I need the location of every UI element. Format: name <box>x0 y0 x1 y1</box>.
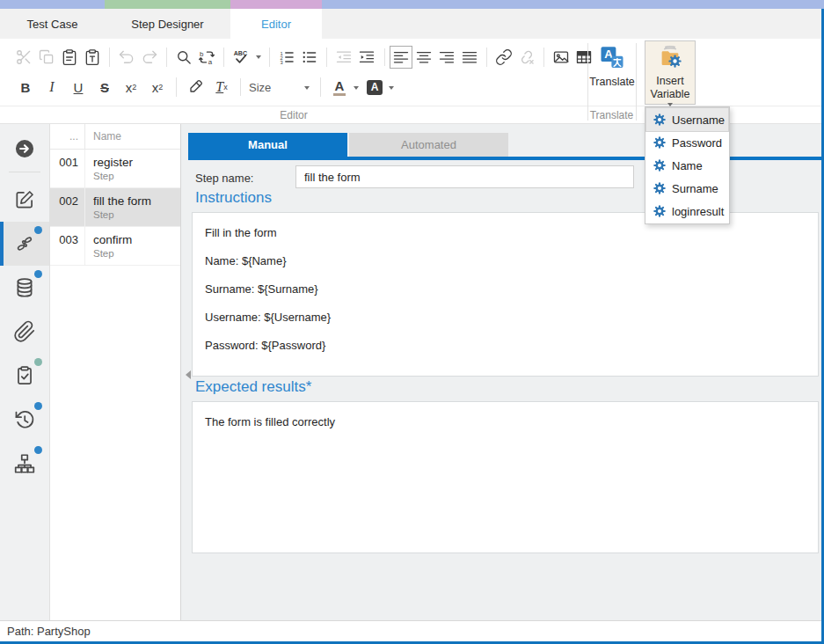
sidebar-item[interactable] <box>0 442 49 486</box>
align-center-button[interactable] <box>412 46 435 69</box>
path-label: Path: PartyShop <box>7 625 91 638</box>
search-button[interactable] <box>172 46 195 69</box>
superscript-button[interactable]: x2 <box>144 76 171 99</box>
instructions-editor[interactable]: Fill in the formName: ${Name}Surname: ${… <box>192 212 819 377</box>
ribbon-tab[interactable]: Editor <box>230 9 322 39</box>
sidebar-item[interactable] <box>0 266 49 310</box>
step-number: 003 <box>50 227 85 265</box>
notification-dot <box>34 358 42 366</box>
align-center-icon <box>415 48 433 66</box>
font-size-label: Size <box>249 81 271 94</box>
spellcheck-icon <box>232 48 250 66</box>
variable-menu-item[interactable]: Name <box>646 154 728 177</box>
bold-button[interactable]: B <box>12 76 39 99</box>
step-name-input[interactable] <box>295 165 634 188</box>
ribbon-tab[interactable]: Test Case <box>0 9 105 39</box>
gear-icon <box>653 113 667 127</box>
insert-variable-button[interactable]: Insert Variable <box>645 40 696 105</box>
indent-button[interactable] <box>355 46 378 69</box>
sidebar-expand-button[interactable] <box>0 131 49 166</box>
justify-button[interactable] <box>458 46 481 69</box>
sidebar-item[interactable] <box>0 178 49 222</box>
gear-button <box>653 135 667 150</box>
editor-toolbar-row1 <box>12 45 595 70</box>
variable-menu-item[interactable]: Username <box>646 108 728 131</box>
insert-variable-label: Insert Variable <box>651 75 690 101</box>
ribbon-tab[interactable]: Step Designer <box>105 9 230 39</box>
instructions-line: Name: ${Name} <box>205 252 806 269</box>
splitter-collapse-icon[interactable] <box>181 370 191 379</box>
image-icon <box>552 48 570 66</box>
align-right-icon <box>438 48 456 66</box>
instructions-line: Password: ${Password} <box>205 337 806 354</box>
translate-button[interactable]: Translate <box>589 42 635 104</box>
instructions-heading: Instructions <box>195 189 272 207</box>
background-color-button[interactable]: A <box>361 76 388 99</box>
remove-format-button[interactable]: Tx <box>208 76 235 99</box>
undo-button[interactable] <box>115 46 138 69</box>
cut-icon <box>15 48 33 66</box>
step-type-label: Step <box>93 170 133 183</box>
steps-list: ... Name 001 register Step 002 fill the … <box>50 124 181 620</box>
variable-menu-item[interactable]: Surname <box>646 177 728 200</box>
translate-button <box>599 44 625 70</box>
redo-button[interactable] <box>138 46 161 69</box>
link-button[interactable] <box>492 46 515 69</box>
align-left-icon <box>392 48 410 66</box>
bullet-list-icon <box>301 48 318 66</box>
brush-icon <box>186 78 204 96</box>
paste-text-button[interactable] <box>81 46 104 69</box>
translate-button-label: Translate <box>589 76 635 89</box>
font-size-dropdown[interactable]: Size <box>246 77 315 98</box>
mode-tab[interactable]: Automated <box>349 133 508 157</box>
chevron-down-icon[interactable] <box>389 86 394 92</box>
spellcheck-button[interactable] <box>230 46 252 69</box>
gear-icon <box>653 204 667 218</box>
replace-button[interactable] <box>195 46 218 69</box>
editor-toolbar-row2: B I U S x2 x2 Tx Size A A <box>12 75 397 99</box>
image-button[interactable] <box>550 46 572 69</box>
replace-icon <box>198 48 215 66</box>
text-color-button[interactable]: A <box>326 76 353 99</box>
strikethrough-button[interactable]: S <box>91 76 118 99</box>
tab-color-strip <box>0 0 824 9</box>
translate-group-label: Translate <box>587 109 636 121</box>
gear-icon <box>653 181 667 195</box>
group-separator <box>636 43 637 121</box>
indent-icon <box>358 48 376 66</box>
sidebar-item[interactable] <box>0 398 49 442</box>
numbered-list-icon <box>278 48 295 66</box>
underline-button[interactable]: U <box>65 76 91 99</box>
numbered-list-button[interactable] <box>275 46 298 69</box>
subscript-button[interactable]: x2 <box>118 76 144 99</box>
step-row[interactable]: 002 fill the form Step <box>50 188 180 227</box>
left-nav-sidebar <box>0 124 50 620</box>
step-row[interactable]: 001 register Step <box>50 150 180 188</box>
variable-menu-item[interactable]: Password <box>646 131 728 154</box>
mode-tab[interactable]: Manual <box>188 133 347 157</box>
align-left-button[interactable] <box>390 46 412 69</box>
instructions-line: Username: ${Username} <box>205 309 806 326</box>
sidebar-item[interactable] <box>0 354 49 398</box>
ribbon-tab-label: Step Designer <box>131 18 203 31</box>
editor-group-label: Editor <box>0 109 587 121</box>
format-painter-button[interactable] <box>182 76 208 99</box>
unlink-button[interactable] <box>515 46 538 69</box>
strip-testcase <box>0 0 105 9</box>
cut-button[interactable] <box>12 46 35 69</box>
align-right-button[interactable] <box>435 46 458 69</box>
italic-button[interactable]: I <box>39 76 65 99</box>
copy-button[interactable] <box>35 46 58 69</box>
paste-button[interactable] <box>58 46 81 69</box>
outdent-button[interactable] <box>332 46 355 69</box>
database-button <box>13 276 36 299</box>
bullet-list-button[interactable] <box>298 46 321 69</box>
sidebar-item[interactable] <box>0 222 49 266</box>
sidebar-item[interactable] <box>0 310 49 354</box>
chevron-down-icon[interactable] <box>354 86 359 92</box>
mode-tabs: Manual Automated <box>188 133 508 157</box>
step-row[interactable]: 003 confirm Step <box>50 227 180 266</box>
variable-menu-item[interactable]: loginresult <box>646 200 728 223</box>
insert-variable-menu: Username Password Name Surname loginresu… <box>645 106 730 224</box>
expected-results-editor[interactable]: The form is filled correctly <box>192 401 819 553</box>
